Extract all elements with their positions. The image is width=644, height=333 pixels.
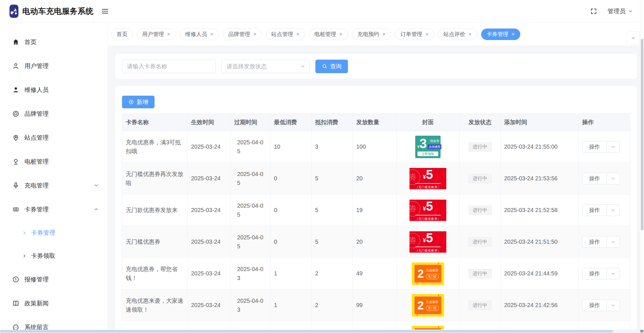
tab-label: 首页 <box>117 31 127 38</box>
horizontal-scrollbar-thumb[interactable] <box>0 330 613 332</box>
tab-close-icon[interactable]: ✕ <box>511 32 515 36</box>
sidebar-item-维修人员[interactable]: 维修人员 <box>0 78 108 102</box>
cell-min-spend: 0 <box>270 226 312 258</box>
add-button[interactable]: 新增 <box>122 96 155 108</box>
tab-站点管理[interactable]: 站点管理✕ <box>266 29 305 40</box>
column-header-操作: 操作 <box>579 114 630 131</box>
chevron-down-icon[interactable] <box>607 205 620 216</box>
action-button[interactable]: 操作 <box>582 300 620 311</box>
fullscreen-icon[interactable] <box>590 8 597 15</box>
tab-close-icon[interactable]: ✕ <box>382 32 386 36</box>
tab-close-icon[interactable]: ✕ <box>425 32 429 36</box>
action-button-label: 操作 <box>582 141 607 152</box>
table-panel: 新增 卡券名称生效时间过期时间最低消费抵扣消费发放数量封面发放状态添加时间操作 … <box>115 86 637 333</box>
sidebar-item-政策新闻[interactable]: 政策新闻 <box>0 291 108 315</box>
tab-电桩管理[interactable]: 电桩管理✕ <box>309 29 348 40</box>
cell-coupon-name: 无门款优惠券发放来 <box>122 194 188 226</box>
chevron-down-icon <box>611 239 616 245</box>
issue-status-select[interactable]: 请选择发放状态 <box>222 60 310 73</box>
tab-维修人员[interactable]: 维修人员✕ <box>180 29 219 40</box>
chevron-up-icon <box>94 207 99 212</box>
cell-actions: 操作 <box>579 290 630 321</box>
table-row: 无门款优惠券发放来2025-03-242025-04-050519券¥5（无门槛… <box>122 194 630 226</box>
action-button-label: 操作 <box>582 300 607 311</box>
tab-close-icon[interactable]: ✕ <box>468 32 472 36</box>
status-badge: 进行中 <box>468 142 492 152</box>
column-header-发放状态: 发放状态 <box>460 114 501 131</box>
vertical-scrollbar[interactable] <box>640 0 644 330</box>
user-menu[interactable]: 管理员 <box>607 7 633 15</box>
cell-deduct-amount: 2 <box>312 258 353 290</box>
search-button-label: 查询 <box>330 63 342 70</box>
search-icon <box>322 63 327 69</box>
tab-首页[interactable]: 首页 <box>111 29 133 40</box>
coupon-name-input[interactable] <box>122 60 216 73</box>
action-button[interactable]: 操作 <box>582 205 620 216</box>
tab-close-icon[interactable]: ✕ <box>167 32 171 36</box>
sidebar-item-品牌管理[interactable]: 品牌管理 <box>0 102 108 126</box>
action-button[interactable]: 操作 <box>582 268 620 279</box>
cell-min-spend: 0 <box>270 194 312 226</box>
sidebar-item-卡券管理[interactable]: 卡券管理 <box>0 197 108 221</box>
tab-订单管理[interactable]: 订单管理✕ <box>395 29 434 40</box>
action-button-label: 操作 <box>582 268 607 279</box>
chevron-down-icon <box>611 208 616 213</box>
cell-cover: 券¥5（无门槛优惠券） <box>397 163 460 194</box>
sidebar-item-用户管理[interactable]: 用户管理 <box>0 54 108 78</box>
cell-start-time: 2025-03-24 <box>188 163 231 194</box>
action-button[interactable]: 操作 <box>582 236 620 248</box>
search-button[interactable]: 查询 <box>315 60 348 73</box>
chevron-down-icon[interactable] <box>607 173 620 184</box>
cell-cover: 券¥5（无门槛优惠券） <box>397 194 460 226</box>
cell-actions: 操作 <box>579 194 630 226</box>
tab-close-icon[interactable]: ✕ <box>210 32 214 36</box>
scrollbar-corner <box>640 330 643 332</box>
chevron-down-icon[interactable] <box>607 300 620 311</box>
tab-label: 品牌管理 <box>228 31 250 38</box>
action-button[interactable]: 操作 <box>582 173 620 184</box>
sidebar-item-首页[interactable]: 首页 <box>0 30 108 54</box>
fold-icon[interactable] <box>101 7 109 15</box>
tab-充电预约[interactable]: 充电预约✕ <box>352 29 391 40</box>
column-header-过期时间: 过期时间 <box>231 114 270 131</box>
chevron-down-icon <box>628 9 633 14</box>
tab-站点评价[interactable]: 站点评价✕ <box>438 29 477 40</box>
tab-close-icon[interactable]: ✕ <box>296 32 300 36</box>
chevron-down-icon[interactable] <box>607 268 620 279</box>
cell-start-time: 2025-03-24 <box>188 290 231 321</box>
cell-issue-status: 进行中 <box>460 226 501 258</box>
status-badge: 进行中 <box>468 301 492 310</box>
vertical-scrollbar-thumb[interactable] <box>641 39 643 230</box>
cell-cover: ¥¥2元优惠券无门槛 <box>397 258 460 290</box>
column-header-生效时间: 生效时间 <box>188 114 231 131</box>
tab-label: 维修人员 <box>185 31 207 38</box>
chevron-down-icon <box>611 271 616 276</box>
cell-actions: 操作 <box>579 226 630 258</box>
cell-coupon-name: 无门槛优惠券再次发放啦 <box>122 163 188 194</box>
sidebar-item-报修管理[interactable]: 报修管理 <box>0 267 108 291</box>
horizontal-scrollbar[interactable] <box>0 330 644 333</box>
tab-close-icon[interactable]: ✕ <box>339 32 343 36</box>
sidebar-subitem-卡券领取[interactable]: 卡券领取 <box>0 244 108 267</box>
table-header-row: 卡券名称生效时间过期时间最低消费抵扣消费发放数量封面发放状态添加时间操作 <box>122 114 630 131</box>
tab-卡券管理[interactable]: 卡券管理✕ <box>481 29 521 40</box>
sidebar-item-站点管理[interactable]: 站点管理 <box>0 126 108 150</box>
sidebar-item-电桩管理[interactable]: 电桩管理 <box>0 150 108 173</box>
cell-added-time: 2025-03-24 21:52:58 <box>501 194 579 226</box>
sidebar-item-充电管理[interactable]: 充电管理 <box>0 173 108 197</box>
main-area: 首页用户管理✕维修人员✕品牌管理✕站点管理✕电桩管理✕充电预约✕订单管理✕站点评… <box>108 22 644 333</box>
action-button[interactable]: 操作 <box>582 141 620 153</box>
cell-cover: ¥¥2元优惠券无门槛 <box>397 290 460 321</box>
tab-close-icon[interactable]: ✕ <box>253 32 257 36</box>
chevron-right-icon <box>22 230 27 235</box>
tab-overflow-button[interactable] <box>627 31 640 45</box>
tab-label: 电桩管理 <box>314 31 336 38</box>
tab-品牌管理[interactable]: 品牌管理✕ <box>223 29 262 40</box>
chevron-down-icon[interactable] <box>607 141 620 152</box>
tab-用户管理[interactable]: 用户管理✕ <box>137 29 176 40</box>
cell-deduct-amount: 3 <box>312 131 353 163</box>
sidebar-item-label: 维修人员 <box>24 86 99 94</box>
chevron-down-icon[interactable] <box>607 236 620 247</box>
cell-issue-status: 进行中 <box>460 131 501 163</box>
sidebar-subitem-卡券管理[interactable]: 卡券管理 <box>0 221 108 244</box>
